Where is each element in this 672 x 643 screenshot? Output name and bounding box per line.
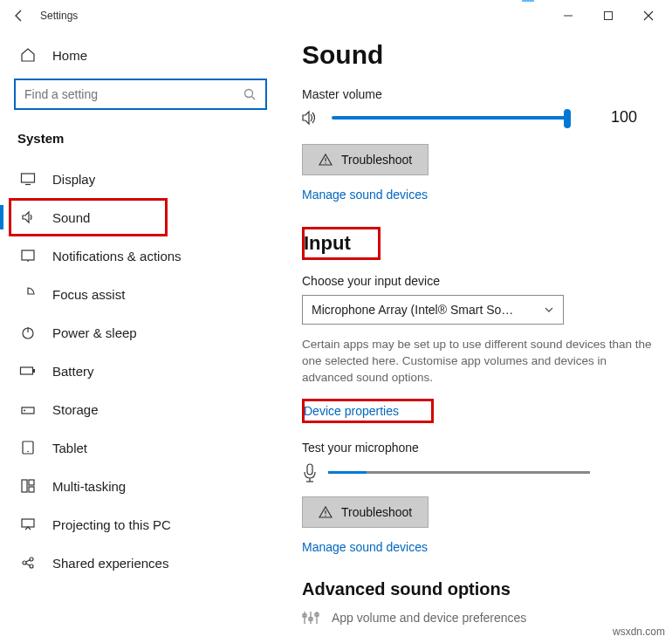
- search-icon: [243, 88, 257, 101]
- svg-rect-18: [29, 487, 34, 492]
- choose-input-label: Choose your input device: [302, 274, 655, 288]
- svg-line-3: [252, 96, 256, 99]
- sidebar-item-label: Storage: [52, 402, 99, 417]
- dropdown-value: Microphone Array (Intel® Smart So…: [312, 303, 513, 317]
- sidebar-item-label: Multi-tasking: [52, 479, 126, 494]
- home-nav[interactable]: Home: [0, 40, 281, 70]
- input-device-dropdown[interactable]: Microphone Array (Intel® Smart So…: [302, 295, 564, 325]
- help-text: Certain apps may be set up to use differ…: [302, 337, 655, 386]
- svg-point-13: [24, 410, 25, 412]
- content: Sound Master volume 100 Troubleshoot Man…: [281, 31, 672, 643]
- sidebar-item-label: Shared experiences: [52, 556, 168, 571]
- sidebar-item-label: Tablet: [52, 441, 87, 455]
- back-button[interactable]: [3, 0, 35, 31]
- master-volume-label: Master volume: [302, 87, 655, 101]
- display-icon: [19, 171, 37, 187]
- volume-row: 100: [302, 108, 655, 127]
- focus-icon: [19, 286, 37, 302]
- sidebar-item-label: Sound: [52, 210, 90, 225]
- svg-point-21: [30, 557, 33, 561]
- sidebar-item-multitasking[interactable]: Multi-tasking: [0, 467, 281, 505]
- svg-rect-17: [29, 480, 34, 485]
- app-volume-label[interactable]: App volume and device preferences: [332, 611, 526, 625]
- minimize-button[interactable]: [548, 0, 588, 31]
- sidebar-item-battery[interactable]: Battery: [0, 352, 281, 390]
- battery-icon: [19, 363, 37, 379]
- search-input[interactable]: [24, 87, 243, 101]
- svg-rect-16: [22, 480, 27, 492]
- highlight-box: [302, 227, 381, 260]
- notifications-icon: [19, 248, 37, 263]
- sidebar-item-shared[interactable]: Shared experiences: [0, 544, 281, 582]
- test-mic-label: Test your microphone: [302, 441, 655, 455]
- svg-point-20: [23, 561, 26, 564]
- sidebar-item-storage[interactable]: Storage: [0, 390, 281, 428]
- speaker-icon[interactable]: [302, 110, 319, 126]
- projecting-icon: [19, 516, 37, 532]
- warning-icon: [319, 153, 333, 167]
- mic-level-bar: [328, 471, 590, 474]
- sidebar-item-display[interactable]: Display: [0, 160, 281, 198]
- sound-icon: [19, 209, 37, 225]
- window-title: Settings: [40, 10, 78, 22]
- sidebar-item-power[interactable]: Power & sleep: [0, 313, 281, 352]
- chevron-down-icon: [544, 304, 554, 315]
- sidebar: Home System Display Sound Notifications …: [0, 31, 281, 643]
- highlight-box: [302, 399, 434, 423]
- advanced-heading: Advanced sound options: [302, 579, 655, 599]
- svg-point-31: [325, 515, 326, 516]
- svg-rect-19: [22, 519, 34, 527]
- sidebar-item-tablet[interactable]: Tablet: [0, 428, 281, 467]
- tablet-icon: [19, 440, 37, 455]
- sidebar-item-notifications[interactable]: Notifications & actions: [0, 236, 281, 275]
- sidebar-item-label: Battery: [52, 364, 94, 379]
- sidebar-item-focus[interactable]: Focus assist: [0, 275, 281, 313]
- svg-point-22: [30, 564, 33, 568]
- watermark: wsxdn.com: [613, 626, 665, 638]
- svg-rect-11: [33, 369, 35, 373]
- microphone-icon: [302, 463, 318, 482]
- accent-strip: [522, 0, 534, 2]
- svg-point-15: [27, 451, 29, 453]
- nav-list: Display Sound Notifications & actions Fo…: [0, 160, 281, 582]
- storage-icon: [19, 401, 37, 417]
- svg-point-2: [245, 89, 253, 97]
- sidebar-item-label: Notifications & actions: [52, 249, 182, 263]
- minimize-icon: [563, 10, 573, 21]
- search-box[interactable]: [14, 79, 267, 110]
- sliders-icon: [302, 610, 319, 626]
- button-label: Troubleshoot: [341, 505, 412, 519]
- maximize-icon: [603, 10, 614, 21]
- power-icon: [19, 325, 37, 340]
- volume-slider[interactable]: [332, 116, 567, 120]
- manage-output-link[interactable]: Manage sound devices: [302, 188, 428, 202]
- sidebar-item-sound[interactable]: Sound: [0, 198, 281, 236]
- svg-rect-1: [605, 12, 613, 20]
- close-icon: [643, 10, 654, 21]
- svg-rect-10: [21, 367, 33, 374]
- arrow-left-icon: [12, 9, 26, 23]
- titlebar: Settings: [0, 0, 672, 31]
- svg-rect-27: [307, 464, 312, 475]
- troubleshoot-output-button[interactable]: Troubleshoot: [302, 144, 429, 175]
- manage-input-link[interactable]: Manage sound devices: [302, 540, 428, 554]
- svg-point-26: [325, 162, 326, 163]
- sidebar-item-label: Focus assist: [52, 287, 125, 302]
- svg-rect-4: [22, 174, 35, 182]
- sidebar-item-projecting[interactable]: Projecting to this PC: [0, 505, 281, 544]
- home-icon: [19, 47, 37, 63]
- volume-value: 100: [611, 108, 637, 127]
- svg-line-23: [26, 560, 31, 562]
- sidebar-item-label: Power & sleep: [52, 325, 137, 340]
- maximize-button[interactable]: [588, 0, 628, 31]
- home-label: Home: [52, 48, 87, 63]
- section-label: System: [0, 122, 281, 153]
- shared-icon: [19, 555, 37, 571]
- close-button[interactable]: [628, 0, 669, 31]
- slider-thumb[interactable]: [564, 109, 571, 128]
- sidebar-item-label: Display: [52, 172, 95, 187]
- troubleshoot-input-button[interactable]: Troubleshoot: [302, 496, 429, 528]
- button-label: Troubleshoot: [341, 153, 412, 167]
- page-title: Sound: [302, 40, 655, 70]
- multitasking-icon: [19, 478, 37, 494]
